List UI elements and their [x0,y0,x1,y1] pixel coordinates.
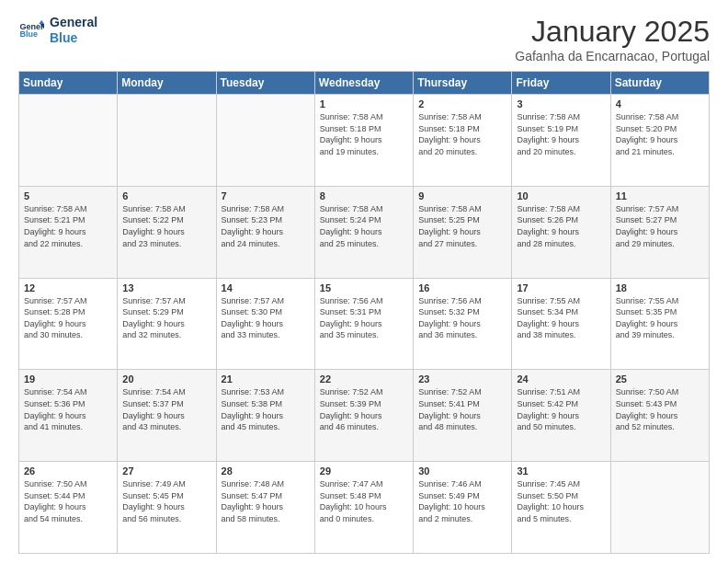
day-number: 10 [517,190,605,201]
day-info: Sunrise: 7:57 AM Sunset: 5:27 PM Dayligh… [616,203,704,249]
day-cell: 20Sunrise: 7:54 AM Sunset: 5:37 PM Dayli… [118,370,216,462]
day-info: Sunrise: 7:54 AM Sunset: 5:37 PM Dayligh… [122,386,210,432]
day-number: 7 [222,190,310,201]
day-number: 25 [616,373,704,385]
day-cell [19,95,118,187]
day-cell: 23Sunrise: 7:52 AM Sunset: 5:41 PM Dayli… [414,370,512,462]
day-number: 28 [222,465,310,477]
day-cell: 11Sunrise: 7:57 AM Sunset: 5:27 PM Dayli… [610,186,709,278]
day-number: 23 [418,373,506,385]
day-info: Sunrise: 7:45 AM Sunset: 5:50 PM Dayligh… [517,478,605,524]
day-cell: 28Sunrise: 7:48 AM Sunset: 5:47 PM Dayli… [216,462,314,554]
day-number: 6 [122,190,210,201]
weekday-header-monday: Monday [118,72,216,95]
day-cell: 29Sunrise: 7:47 AM Sunset: 5:48 PM Dayli… [314,462,413,554]
logo-text-blue: Blue [50,30,97,46]
page: General Blue General Blue January 2025 G… [0,0,728,563]
day-cell: 27Sunrise: 7:49 AM Sunset: 5:45 PM Dayli… [118,462,216,554]
day-info: Sunrise: 7:58 AM Sunset: 5:26 PM Dayligh… [517,203,605,249]
day-number: 12 [24,282,112,293]
day-info: Sunrise: 7:50 AM Sunset: 5:44 PM Dayligh… [24,478,112,524]
day-number: 4 [616,98,704,109]
day-info: Sunrise: 7:56 AM Sunset: 5:31 PM Dayligh… [320,295,408,341]
day-info: Sunrise: 7:57 AM Sunset: 5:28 PM Dayligh… [24,295,112,341]
logo-text-general: General [50,15,97,30]
day-cell: 21Sunrise: 7:53 AM Sunset: 5:38 PM Dayli… [216,370,314,462]
day-number: 3 [517,98,605,109]
day-number: 9 [418,190,506,201]
week-row-2: 5Sunrise: 7:58 AM Sunset: 5:21 PM Daylig… [19,186,710,278]
day-cell: 15Sunrise: 7:56 AM Sunset: 5:31 PM Dayli… [314,278,413,370]
day-cell: 12Sunrise: 7:57 AM Sunset: 5:28 PM Dayli… [19,278,118,370]
day-cell: 31Sunrise: 7:45 AM Sunset: 5:50 PM Dayli… [512,462,610,554]
day-number: 1 [320,98,408,109]
day-number: 14 [222,282,310,293]
day-cell: 25Sunrise: 7:50 AM Sunset: 5:43 PM Dayli… [610,370,709,462]
day-number: 20 [122,373,210,385]
day-number: 16 [418,282,506,293]
day-number: 19 [24,373,112,385]
day-info: Sunrise: 7:53 AM Sunset: 5:38 PM Dayligh… [222,386,310,432]
month-title: January 2025 [515,15,710,49]
day-info: Sunrise: 7:52 AM Sunset: 5:39 PM Dayligh… [320,386,408,432]
day-number: 27 [122,465,210,477]
week-row-4: 19Sunrise: 7:54 AM Sunset: 5:36 PM Dayli… [19,370,710,462]
day-cell: 3Sunrise: 7:58 AM Sunset: 5:19 PM Daylig… [512,95,610,187]
day-cell: 13Sunrise: 7:57 AM Sunset: 5:29 PM Dayli… [118,278,216,370]
day-cell: 16Sunrise: 7:56 AM Sunset: 5:32 PM Dayli… [414,278,512,370]
day-info: Sunrise: 7:51 AM Sunset: 5:42 PM Dayligh… [517,386,605,432]
day-cell: 22Sunrise: 7:52 AM Sunset: 5:39 PM Dayli… [314,370,413,462]
day-info: Sunrise: 7:58 AM Sunset: 5:25 PM Dayligh… [418,203,506,249]
day-number: 26 [24,465,112,477]
day-number: 8 [320,190,408,201]
weekday-header-saturday: Saturday [610,72,709,95]
day-info: Sunrise: 7:47 AM Sunset: 5:48 PM Dayligh… [320,478,408,524]
weekday-header-sunday: Sunday [19,72,118,95]
header: General Blue General Blue January 2025 G… [18,15,710,63]
weekday-header-wednesday: Wednesday [314,72,413,95]
day-number: 22 [320,373,408,385]
day-info: Sunrise: 7:58 AM Sunset: 5:23 PM Dayligh… [222,203,310,249]
weekday-header-friday: Friday [512,72,610,95]
day-number: 18 [616,282,704,293]
weekday-header-thursday: Thursday [414,72,512,95]
day-info: Sunrise: 7:52 AM Sunset: 5:41 PM Dayligh… [418,386,506,432]
weekday-header-tuesday: Tuesday [216,72,314,95]
day-info: Sunrise: 7:56 AM Sunset: 5:32 PM Dayligh… [418,295,506,341]
day-cell: 10Sunrise: 7:58 AM Sunset: 5:26 PM Dayli… [512,186,610,278]
day-number: 24 [517,373,605,385]
day-info: Sunrise: 7:58 AM Sunset: 5:24 PM Dayligh… [320,203,408,249]
day-info: Sunrise: 7:55 AM Sunset: 5:35 PM Dayligh… [616,295,704,341]
day-number: 2 [418,98,506,109]
day-number: 13 [122,282,210,293]
day-cell: 9Sunrise: 7:58 AM Sunset: 5:25 PM Daylig… [414,186,512,278]
day-cell [216,95,314,187]
day-number: 29 [320,465,408,477]
day-number: 30 [418,465,506,477]
day-info: Sunrise: 7:58 AM Sunset: 5:18 PM Dayligh… [418,111,506,157]
day-info: Sunrise: 7:57 AM Sunset: 5:29 PM Dayligh… [122,295,210,341]
week-row-1: 1Sunrise: 7:58 AM Sunset: 5:18 PM Daylig… [19,95,710,187]
day-cell: 24Sunrise: 7:51 AM Sunset: 5:42 PM Dayli… [512,370,610,462]
week-row-5: 26Sunrise: 7:50 AM Sunset: 5:44 PM Dayli… [19,462,710,554]
day-cell [118,95,216,187]
title-block: January 2025 Gafanha da Encarnacao, Port… [515,15,710,63]
day-cell: 6Sunrise: 7:58 AM Sunset: 5:22 PM Daylig… [118,186,216,278]
day-cell: 4Sunrise: 7:58 AM Sunset: 5:20 PM Daylig… [610,95,709,187]
day-cell: 5Sunrise: 7:58 AM Sunset: 5:21 PM Daylig… [19,186,118,278]
day-cell: 7Sunrise: 7:58 AM Sunset: 5:23 PM Daylig… [216,186,314,278]
day-cell: 18Sunrise: 7:55 AM Sunset: 5:35 PM Dayli… [610,278,709,370]
calendar-header-row: SundayMondayTuesdayWednesdayThursdayFrid… [19,72,710,95]
day-cell [610,462,709,554]
day-info: Sunrise: 7:49 AM Sunset: 5:45 PM Dayligh… [122,478,210,524]
day-cell: 19Sunrise: 7:54 AM Sunset: 5:36 PM Dayli… [19,370,118,462]
day-cell: 8Sunrise: 7:58 AM Sunset: 5:24 PM Daylig… [314,186,413,278]
day-cell: 17Sunrise: 7:55 AM Sunset: 5:34 PM Dayli… [512,278,610,370]
day-number: 5 [24,190,112,201]
day-info: Sunrise: 7:48 AM Sunset: 5:47 PM Dayligh… [222,478,310,524]
day-cell: 14Sunrise: 7:57 AM Sunset: 5:30 PM Dayli… [216,278,314,370]
day-info: Sunrise: 7:46 AM Sunset: 5:49 PM Dayligh… [418,478,506,524]
day-info: Sunrise: 7:58 AM Sunset: 5:20 PM Dayligh… [616,111,704,157]
day-info: Sunrise: 7:54 AM Sunset: 5:36 PM Dayligh… [24,386,112,432]
logo-icon: General Blue [18,17,44,43]
